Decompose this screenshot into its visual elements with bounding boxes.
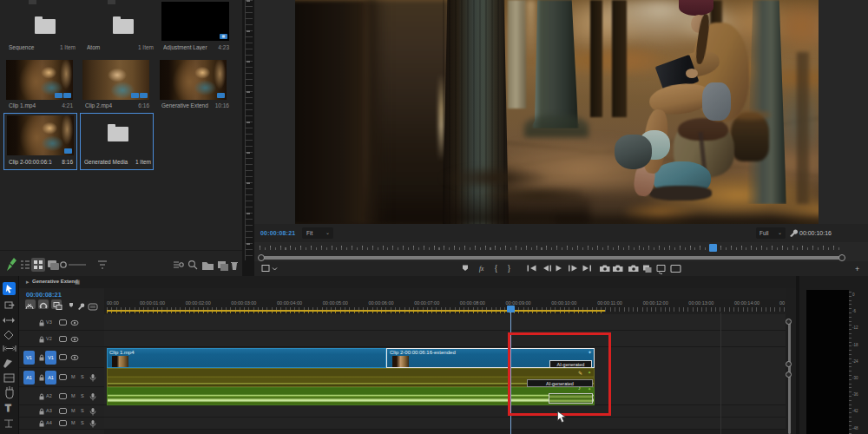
svg-text:T: T — [5, 403, 11, 413]
svg-text:{: { — [495, 264, 497, 273]
svg-text:+: + — [855, 265, 859, 273]
svg-text:}: } — [508, 264, 510, 273]
svg-text:fx: fx — [479, 265, 484, 273]
